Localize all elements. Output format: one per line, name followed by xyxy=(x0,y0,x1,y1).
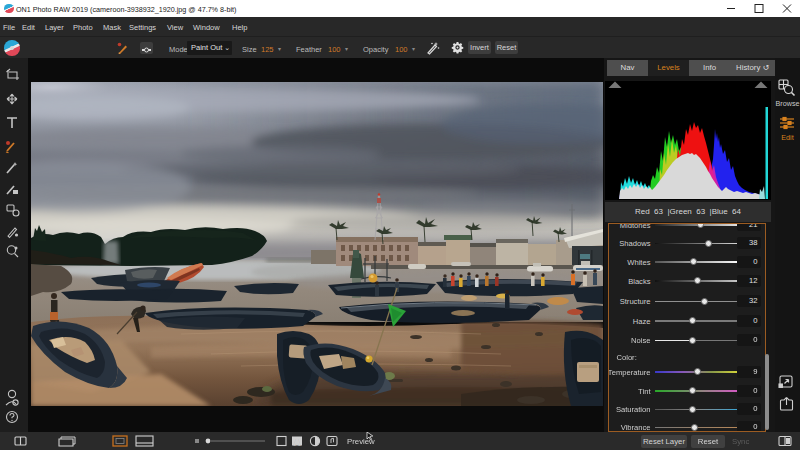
svg-text:A: A xyxy=(294,437,301,447)
